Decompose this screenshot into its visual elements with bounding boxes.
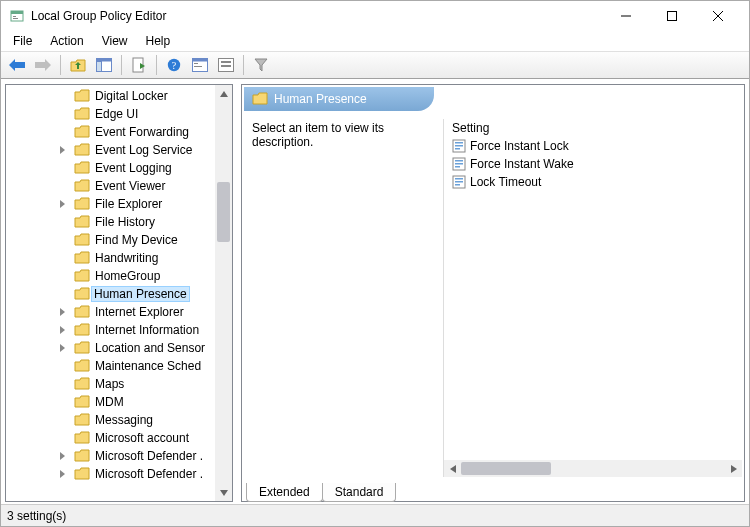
tree-item-label: Edge UI bbox=[94, 107, 139, 121]
folder-icon bbox=[74, 287, 90, 301]
tree-pane: Digital LockerEdge UIEvent ForwardingEve… bbox=[5, 84, 233, 502]
export-button[interactable] bbox=[127, 54, 151, 76]
tree-item-label: HomeGroup bbox=[94, 269, 161, 283]
menu-file[interactable]: File bbox=[5, 32, 40, 50]
maximize-button[interactable] bbox=[649, 1, 695, 31]
tree-item[interactable]: Messaging bbox=[6, 411, 215, 429]
description-text: Select an item to view its description. bbox=[252, 121, 435, 149]
svg-rect-5 bbox=[668, 12, 677, 21]
tree-item-label: Human Presence bbox=[91, 286, 190, 302]
details-pane: Human Presence Select an item to view it… bbox=[241, 84, 745, 502]
setting-item[interactable]: Force Instant Lock bbox=[448, 137, 738, 155]
close-button[interactable] bbox=[695, 1, 741, 31]
svg-rect-29 bbox=[455, 142, 463, 144]
show-hide-tree-button[interactable] bbox=[92, 54, 116, 76]
svg-rect-19 bbox=[193, 59, 208, 62]
tree-item[interactable]: Edge UI bbox=[6, 105, 215, 123]
setting-label: Force Instant Lock bbox=[470, 139, 569, 153]
folder-icon bbox=[74, 395, 90, 409]
options-button[interactable] bbox=[214, 54, 238, 76]
scroll-left-arrow[interactable] bbox=[444, 460, 461, 477]
menu-help[interactable]: Help bbox=[138, 32, 179, 50]
filter-button[interactable] bbox=[249, 54, 273, 76]
policy-icon bbox=[452, 175, 466, 189]
minimize-button[interactable] bbox=[603, 1, 649, 31]
svg-rect-21 bbox=[194, 66, 202, 67]
tree-item-label: Find My Device bbox=[94, 233, 179, 247]
folder-icon bbox=[74, 89, 90, 103]
scroll-track[interactable] bbox=[461, 460, 725, 477]
scroll-thumb[interactable] bbox=[217, 182, 230, 242]
folder-icon bbox=[74, 449, 90, 463]
settings-hscrollbar[interactable] bbox=[444, 460, 742, 477]
tree-item[interactable]: Find My Device bbox=[6, 231, 215, 249]
tree-item-label: Event Logging bbox=[94, 161, 173, 175]
tree-item-label: Maps bbox=[94, 377, 125, 391]
scroll-thumb[interactable] bbox=[461, 462, 551, 475]
tree-item[interactable]: Maintenance Sched bbox=[6, 357, 215, 375]
tree-item[interactable]: Digital Locker bbox=[6, 87, 215, 105]
tree-item[interactable]: MDM bbox=[6, 393, 215, 411]
scroll-right-arrow[interactable] bbox=[725, 460, 742, 477]
tree-item[interactable]: File Explorer bbox=[6, 195, 215, 213]
tab-standard[interactable]: Standard bbox=[322, 483, 397, 502]
folder-icon bbox=[74, 467, 90, 481]
tree-item[interactable]: Maps bbox=[6, 375, 215, 393]
folder-icon bbox=[74, 161, 90, 175]
tree-item[interactable]: Human Presence bbox=[6, 285, 215, 303]
tree-item[interactable]: Internet Explorer bbox=[6, 303, 215, 321]
folder-icon bbox=[74, 179, 90, 193]
setting-label: Force Instant Wake bbox=[470, 157, 574, 171]
tree-item-label: Internet Information bbox=[94, 323, 200, 337]
svg-marker-27 bbox=[220, 490, 228, 496]
tree-item[interactable]: HomeGroup bbox=[6, 267, 215, 285]
toolbar-separator bbox=[60, 55, 61, 75]
tree-item[interactable]: Internet Information bbox=[6, 321, 215, 339]
tree-item-label: Digital Locker bbox=[94, 89, 169, 103]
scroll-up-arrow[interactable] bbox=[215, 85, 232, 102]
tree-item-label: MDM bbox=[94, 395, 125, 409]
menu-view[interactable]: View bbox=[94, 32, 136, 50]
tree-item-label: Microsoft Defender . bbox=[94, 467, 204, 481]
scroll-down-arrow[interactable] bbox=[215, 484, 232, 501]
tree-item[interactable]: Event Forwarding bbox=[6, 123, 215, 141]
tree-item[interactable]: Event Log Service bbox=[6, 141, 215, 159]
settings-list: Force Instant LockForce Instant WakeLock… bbox=[444, 137, 742, 460]
tree-item[interactable]: Event Logging bbox=[6, 159, 215, 177]
help-button[interactable]: ? bbox=[162, 54, 186, 76]
menu-action[interactable]: Action bbox=[42, 32, 91, 50]
folder-icon bbox=[74, 251, 90, 265]
splitter[interactable] bbox=[235, 80, 239, 504]
properties-button[interactable] bbox=[188, 54, 212, 76]
svg-rect-37 bbox=[455, 178, 463, 180]
settings-column-header[interactable]: Setting bbox=[444, 119, 742, 137]
forward-button[interactable] bbox=[31, 54, 55, 76]
tree-item[interactable]: Microsoft account bbox=[6, 429, 215, 447]
tree-scrollbar[interactable] bbox=[215, 85, 232, 501]
folder-icon bbox=[74, 125, 90, 139]
setting-label: Lock Timeout bbox=[470, 175, 541, 189]
setting-item[interactable]: Lock Timeout bbox=[448, 173, 738, 191]
view-tabs: Extended Standard bbox=[242, 479, 744, 501]
tree-item[interactable]: Microsoft Defender . bbox=[6, 465, 215, 483]
tree-item-label: Handwriting bbox=[94, 251, 159, 265]
tree-item[interactable]: Location and Sensor bbox=[6, 339, 215, 357]
tree-view[interactable]: Digital LockerEdge UIEvent ForwardingEve… bbox=[6, 85, 215, 501]
tree-item[interactable]: Microsoft Defender . bbox=[6, 447, 215, 465]
up-level-button[interactable] bbox=[66, 54, 90, 76]
tab-extended[interactable]: Extended bbox=[246, 483, 323, 502]
tree-item-label: Internet Explorer bbox=[94, 305, 185, 319]
tree-item-label: Maintenance Sched bbox=[94, 359, 202, 373]
tree-item[interactable]: Event Viewer bbox=[6, 177, 215, 195]
svg-marker-9 bbox=[35, 59, 51, 71]
scroll-track[interactable] bbox=[215, 102, 232, 484]
back-button[interactable] bbox=[5, 54, 29, 76]
folder-icon bbox=[74, 197, 90, 211]
svg-rect-2 bbox=[13, 16, 16, 17]
tree-item[interactable]: File History bbox=[6, 213, 215, 231]
folder-icon bbox=[74, 215, 90, 229]
tree-item[interactable]: Handwriting bbox=[6, 249, 215, 267]
tree-item-label: Event Forwarding bbox=[94, 125, 190, 139]
setting-item[interactable]: Force Instant Wake bbox=[448, 155, 738, 173]
status-bar: 3 setting(s) bbox=[1, 504, 749, 526]
